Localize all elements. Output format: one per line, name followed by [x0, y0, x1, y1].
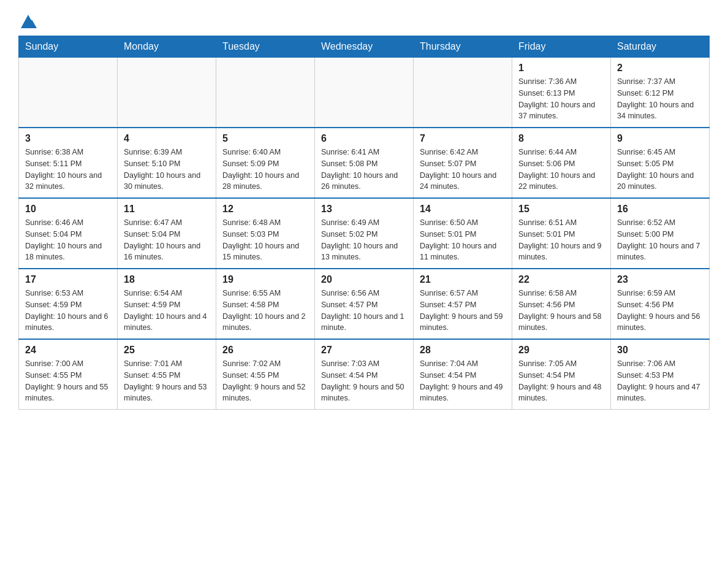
- calendar-cell: 21Sunrise: 6:57 AM Sunset: 4:57 PM Dayli…: [414, 269, 512, 339]
- calendar-cell: 10Sunrise: 6:46 AM Sunset: 5:04 PM Dayli…: [19, 198, 118, 269]
- day-info: Sunrise: 6:39 AM Sunset: 5:10 PM Dayligh…: [124, 147, 210, 193]
- page-header: [18, 12, 710, 29]
- day-info: Sunrise: 6:46 AM Sunset: 5:04 PM Dayligh…: [25, 217, 111, 263]
- day-number: 20: [321, 274, 407, 285]
- day-of-week-header: Tuesday: [216, 36, 315, 58]
- day-number: 30: [617, 345, 703, 356]
- calendar-cell: 8Sunrise: 6:44 AM Sunset: 5:06 PM Daylig…: [512, 128, 611, 198]
- day-info: Sunrise: 6:54 AM Sunset: 4:59 PM Dayligh…: [124, 288, 210, 334]
- calendar-week-row: 10Sunrise: 6:46 AM Sunset: 5:04 PM Dayli…: [19, 198, 710, 269]
- day-info: Sunrise: 6:49 AM Sunset: 5:02 PM Dayligh…: [321, 217, 407, 263]
- day-of-week-header: Sunday: [19, 36, 118, 58]
- day-number: 16: [617, 204, 703, 215]
- calendar-cell: 1Sunrise: 7:36 AM Sunset: 6:13 PM Daylig…: [512, 58, 611, 128]
- calendar-cell: 28Sunrise: 7:04 AM Sunset: 4:54 PM Dayli…: [414, 339, 512, 410]
- day-info: Sunrise: 6:45 AM Sunset: 5:05 PM Dayligh…: [617, 147, 703, 193]
- day-number: 18: [124, 274, 210, 285]
- day-number: 25: [124, 345, 210, 356]
- calendar-cell: 3Sunrise: 6:38 AM Sunset: 5:11 PM Daylig…: [19, 128, 118, 198]
- day-number: 12: [222, 204, 308, 215]
- day-info: Sunrise: 7:03 AM Sunset: 4:54 PM Dayligh…: [321, 358, 407, 404]
- calendar-cell: [414, 58, 512, 128]
- day-number: 3: [25, 133, 111, 144]
- day-info: Sunrise: 7:04 AM Sunset: 4:54 PM Dayligh…: [420, 358, 506, 404]
- calendar-cell: 26Sunrise: 7:02 AM Sunset: 4:55 PM Dayli…: [216, 339, 315, 410]
- calendar-cell: 24Sunrise: 7:00 AM Sunset: 4:55 PM Dayli…: [19, 339, 118, 410]
- day-info: Sunrise: 7:37 AM Sunset: 6:12 PM Dayligh…: [617, 76, 703, 122]
- day-number: 10: [25, 204, 111, 215]
- day-number: 17: [25, 274, 111, 285]
- calendar-cell: 18Sunrise: 6:54 AM Sunset: 4:59 PM Dayli…: [118, 269, 216, 339]
- day-number: 24: [25, 345, 111, 356]
- calendar-cell: 4Sunrise: 6:39 AM Sunset: 5:10 PM Daylig…: [118, 128, 216, 198]
- day-info: Sunrise: 6:42 AM Sunset: 5:07 PM Dayligh…: [420, 147, 506, 193]
- day-info: Sunrise: 6:51 AM Sunset: 5:01 PM Dayligh…: [518, 217, 604, 263]
- day-of-week-header: Thursday: [414, 36, 512, 58]
- day-number: 7: [420, 133, 506, 144]
- day-number: 4: [124, 133, 210, 144]
- calendar-table: SundayMondayTuesdayWednesdayThursdayFrid…: [18, 36, 710, 410]
- calendar-cell: 22Sunrise: 6:58 AM Sunset: 4:56 PM Dayli…: [512, 269, 611, 339]
- calendar-week-row: 17Sunrise: 6:53 AM Sunset: 4:59 PM Dayli…: [19, 269, 710, 339]
- logo-icon: [20, 12, 37, 29]
- day-number: 5: [222, 133, 308, 144]
- calendar-cell: 27Sunrise: 7:03 AM Sunset: 4:54 PM Dayli…: [315, 339, 414, 410]
- calendar-cell: [19, 58, 118, 128]
- day-info: Sunrise: 6:48 AM Sunset: 5:03 PM Dayligh…: [222, 217, 308, 263]
- day-info: Sunrise: 7:02 AM Sunset: 4:55 PM Dayligh…: [222, 358, 308, 404]
- day-of-week-header: Wednesday: [315, 36, 414, 58]
- day-number: 2: [617, 63, 703, 74]
- day-number: 6: [321, 133, 407, 144]
- day-of-week-header: Friday: [512, 36, 611, 58]
- calendar-cell: 29Sunrise: 7:05 AM Sunset: 4:54 PM Dayli…: [512, 339, 611, 410]
- calendar-cell: [315, 58, 414, 128]
- day-number: 29: [518, 345, 604, 356]
- calendar-cell: [118, 58, 216, 128]
- day-info: Sunrise: 6:47 AM Sunset: 5:04 PM Dayligh…: [124, 217, 210, 263]
- calendar-cell: 19Sunrise: 6:55 AM Sunset: 4:58 PM Dayli…: [216, 269, 315, 339]
- day-of-week-header: Saturday: [611, 36, 710, 58]
- calendar-cell: 16Sunrise: 6:52 AM Sunset: 5:00 PM Dayli…: [611, 198, 710, 269]
- logo: [18, 12, 34, 29]
- calendar-cell: 11Sunrise: 6:47 AM Sunset: 5:04 PM Dayli…: [118, 198, 216, 269]
- day-info: Sunrise: 6:41 AM Sunset: 5:08 PM Dayligh…: [321, 147, 407, 193]
- calendar-cell: 23Sunrise: 6:59 AM Sunset: 4:56 PM Dayli…: [611, 269, 710, 339]
- day-number: 28: [420, 345, 506, 356]
- day-number: 19: [222, 274, 308, 285]
- calendar-week-row: 3Sunrise: 6:38 AM Sunset: 5:11 PM Daylig…: [19, 128, 710, 198]
- day-info: Sunrise: 6:56 AM Sunset: 4:57 PM Dayligh…: [321, 288, 407, 334]
- calendar-cell: 7Sunrise: 6:42 AM Sunset: 5:07 PM Daylig…: [414, 128, 512, 198]
- day-info: Sunrise: 6:53 AM Sunset: 4:59 PM Dayligh…: [25, 288, 111, 334]
- calendar-header-row: SundayMondayTuesdayWednesdayThursdayFrid…: [19, 36, 710, 58]
- day-number: 1: [518, 63, 604, 74]
- day-info: Sunrise: 7:36 AM Sunset: 6:13 PM Dayligh…: [518, 76, 604, 122]
- day-info: Sunrise: 6:40 AM Sunset: 5:09 PM Dayligh…: [222, 147, 308, 193]
- calendar-cell: 13Sunrise: 6:49 AM Sunset: 5:02 PM Dayli…: [315, 198, 414, 269]
- calendar-cell: 17Sunrise: 6:53 AM Sunset: 4:59 PM Dayli…: [19, 269, 118, 339]
- day-number: 13: [321, 204, 407, 215]
- calendar-cell: 15Sunrise: 6:51 AM Sunset: 5:01 PM Dayli…: [512, 198, 611, 269]
- calendar-week-row: 1Sunrise: 7:36 AM Sunset: 6:13 PM Daylig…: [19, 58, 710, 128]
- calendar-week-row: 24Sunrise: 7:00 AM Sunset: 4:55 PM Dayli…: [19, 339, 710, 410]
- day-info: Sunrise: 6:57 AM Sunset: 4:57 PM Dayligh…: [420, 288, 506, 334]
- day-info: Sunrise: 7:00 AM Sunset: 4:55 PM Dayligh…: [25, 358, 111, 404]
- day-number: 27: [321, 345, 407, 356]
- calendar-cell: 6Sunrise: 6:41 AM Sunset: 5:08 PM Daylig…: [315, 128, 414, 198]
- day-number: 14: [420, 204, 506, 215]
- day-info: Sunrise: 6:55 AM Sunset: 4:58 PM Dayligh…: [222, 288, 308, 334]
- calendar-cell: 2Sunrise: 7:37 AM Sunset: 6:12 PM Daylig…: [611, 58, 710, 128]
- calendar-cell: 25Sunrise: 7:01 AM Sunset: 4:55 PM Dayli…: [118, 339, 216, 410]
- calendar-cell: 30Sunrise: 7:06 AM Sunset: 4:53 PM Dayli…: [611, 339, 710, 410]
- day-number: 9: [617, 133, 703, 144]
- calendar-cell: 12Sunrise: 6:48 AM Sunset: 5:03 PM Dayli…: [216, 198, 315, 269]
- day-info: Sunrise: 7:01 AM Sunset: 4:55 PM Dayligh…: [124, 358, 210, 404]
- day-number: 11: [124, 204, 210, 215]
- calendar-cell: 5Sunrise: 6:40 AM Sunset: 5:09 PM Daylig…: [216, 128, 315, 198]
- day-info: Sunrise: 6:52 AM Sunset: 5:00 PM Dayligh…: [617, 217, 703, 263]
- day-info: Sunrise: 6:38 AM Sunset: 5:11 PM Dayligh…: [25, 147, 111, 193]
- day-of-week-header: Monday: [118, 36, 216, 58]
- day-info: Sunrise: 6:59 AM Sunset: 4:56 PM Dayligh…: [617, 288, 703, 334]
- calendar-cell: 9Sunrise: 6:45 AM Sunset: 5:05 PM Daylig…: [611, 128, 710, 198]
- day-info: Sunrise: 7:05 AM Sunset: 4:54 PM Dayligh…: [518, 358, 604, 404]
- day-number: 23: [617, 274, 703, 285]
